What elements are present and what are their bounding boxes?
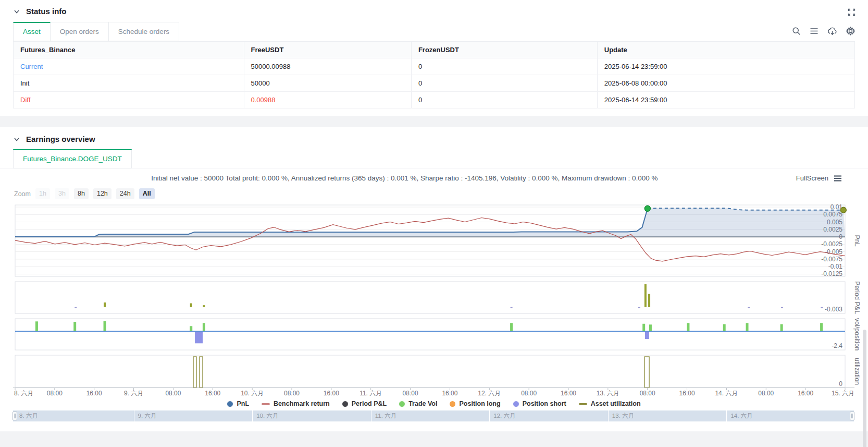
legend-dot-icon xyxy=(450,401,455,407)
svg-text:12. 六月: 12. 六月 xyxy=(478,390,501,396)
legend-label: Trade Vol xyxy=(408,400,437,407)
navigator-left-handle[interactable] xyxy=(13,412,17,420)
svg-text:16:00: 16:00 xyxy=(86,390,102,396)
navigator-separator xyxy=(726,410,727,421)
table-row: Current50000.0098802025-06-14 23:59:00 xyxy=(14,58,855,75)
zoom-button-8h[interactable]: 8h xyxy=(74,188,89,199)
table-cell[interactable]: Current xyxy=(14,58,244,75)
chart-legend: PnLBenchmark returnPeriod P&LTrade VolPo… xyxy=(0,398,868,409)
cloud-download-icon[interactable] xyxy=(827,27,837,35)
table-cell: Init xyxy=(14,75,244,92)
navigator-separator xyxy=(371,410,371,421)
page-scrollbar-thumb[interactable] xyxy=(863,330,866,447)
table-row: Diff0.0098802025-06-14 23:59:00 xyxy=(14,92,855,108)
svg-text:-2.4: -2.4 xyxy=(832,342,842,349)
status-info-card: Status info AssetOpen ordersSchedule ord… xyxy=(0,0,868,116)
zoom-label: Zoom xyxy=(14,190,31,198)
legend-item-benchmark-return[interactable]: Benchmark return xyxy=(262,400,330,407)
legend-line-icon xyxy=(579,403,587,405)
svg-text:15. 六月: 15. 六月 xyxy=(832,390,854,396)
column-header: FreeUSDT xyxy=(244,42,411,58)
table-cell: 0 xyxy=(411,92,597,108)
collapse-chevron-icon[interactable] xyxy=(13,136,20,143)
svg-text:16:00: 16:00 xyxy=(205,390,220,396)
svg-text:08:00: 08:00 xyxy=(165,390,181,396)
earnings-stats-summary: Initial net value : 50000 Total profit: … xyxy=(13,174,796,182)
legend-dot-icon xyxy=(342,401,348,407)
navigator-label: 14. 六月 xyxy=(730,412,752,420)
svg-text:vol/position: vol/position xyxy=(853,318,861,351)
search-icon[interactable] xyxy=(792,27,801,35)
chart-navigator[interactable]: 8. 六月9. 六月10. 六月11. 六月12. 六月13. 六月14. 六月 xyxy=(0,410,868,421)
svg-text:08:00: 08:00 xyxy=(758,390,774,396)
svg-text:-0.0125: -0.0125 xyxy=(821,270,842,277)
tab-schedule-orders[interactable]: Schedule orders xyxy=(109,22,179,41)
legend-item-period-p&l[interactable]: Period P&L xyxy=(342,400,387,407)
legend-item-position-long[interactable]: Position long xyxy=(450,400,500,407)
tab-asset[interactable]: Asset xyxy=(13,22,51,41)
earnings-overview-card: Earnings overview Futures_Binance.DOGE_U… xyxy=(0,127,868,431)
table-cell: 0.00988 xyxy=(244,92,411,108)
earnings-chart[interactable]: 0.010.00750.0050.00250-0.0025-0.005-0.00… xyxy=(0,200,868,398)
menu-icon[interactable] xyxy=(810,27,819,35)
table-cell: Diff xyxy=(14,92,244,108)
svg-text:-0.01: -0.01 xyxy=(828,263,843,270)
zoom-button-3h: 3h xyxy=(55,188,69,199)
svg-text:0: 0 xyxy=(839,380,842,388)
tab-futures-binance-doge-usdt[interactable]: Futures_Binance.DOGE_USDT xyxy=(13,149,132,168)
status-tabs: AssetOpen ordersSchedule orders xyxy=(13,22,855,41)
svg-text:08:00: 08:00 xyxy=(47,390,63,396)
svg-text:Period P&L: Period P&L xyxy=(853,281,861,314)
dashboard-page: Status info AssetOpen ordersSchedule ord… xyxy=(0,0,868,447)
zoom-button-12h[interactable]: 12h xyxy=(93,188,111,199)
svg-text:11. 六月: 11. 六月 xyxy=(359,390,382,396)
legend-dot-icon xyxy=(513,401,519,407)
navigator-label: 10. 六月 xyxy=(256,412,278,420)
fullscreen-button[interactable]: FullScreen xyxy=(796,174,828,182)
status-info-title: Status info xyxy=(26,7,67,16)
navigator-right-handle[interactable] xyxy=(850,412,854,420)
svg-text:08:00: 08:00 xyxy=(284,390,300,396)
legend-label: Period P&L xyxy=(352,400,387,407)
svg-text:08:00: 08:00 xyxy=(403,390,418,396)
legend-line-icon xyxy=(262,403,270,405)
table-cell: 2025-06-14 23:59:00 xyxy=(597,92,854,108)
svg-text:16:00: 16:00 xyxy=(561,390,576,396)
legend-item-pnl[interactable]: PnL xyxy=(227,400,249,407)
svg-text:16:00: 16:00 xyxy=(442,390,457,396)
legend-item-asset-utilization[interactable]: Asset utilization xyxy=(579,400,641,407)
svg-text:16:00: 16:00 xyxy=(798,390,813,396)
svg-text:utilization: utilization xyxy=(853,358,861,385)
svg-text:08:00: 08:00 xyxy=(640,390,655,396)
legend-dot-icon xyxy=(227,401,233,407)
zoom-button-24h[interactable]: 24h xyxy=(116,188,134,199)
tab-open-orders[interactable]: Open orders xyxy=(51,22,109,41)
navigator-label: 9. 六月 xyxy=(138,412,157,420)
column-header: Futures_Binance xyxy=(14,42,244,58)
expand-fullscreen-icon[interactable] xyxy=(848,8,855,18)
zoom-button-all[interactable]: All xyxy=(139,188,155,199)
svg-text:16:00: 16:00 xyxy=(679,390,695,396)
gear-icon[interactable] xyxy=(846,27,855,35)
navigator-separator xyxy=(252,410,253,421)
collapse-chevron-icon[interactable] xyxy=(13,8,20,15)
svg-text:13. 六月: 13. 六月 xyxy=(597,390,619,396)
svg-text:10. 六月: 10. 六月 xyxy=(241,390,264,396)
zoom-button-1h: 1h xyxy=(35,188,50,199)
svg-text:-0.003: -0.003 xyxy=(825,306,842,313)
svg-text:14. 六月: 14. 六月 xyxy=(715,390,738,396)
svg-text:16:00: 16:00 xyxy=(324,390,339,396)
zoom-controls: Zoom 1h3h8h12h24hAll xyxy=(14,188,868,199)
svg-text:-0.0075: -0.0075 xyxy=(821,256,842,263)
asset-table: Futures_BinanceFreeUSDTFrozenUSDTUpdate … xyxy=(13,41,855,108)
navigator-separator xyxy=(608,410,609,421)
table-row: Init5000002025-06-08 00:00:00 xyxy=(14,75,855,92)
legend-item-position-short[interactable]: Position short xyxy=(513,400,566,407)
chart-menu-icon[interactable] xyxy=(834,175,842,182)
svg-text:8. 六月: 8. 六月 xyxy=(14,390,33,396)
navigator-label: 8. 六月 xyxy=(19,412,38,420)
legend-label: Position long xyxy=(459,400,500,407)
legend-dot-icon xyxy=(399,401,405,407)
table-cell: 0 xyxy=(411,75,597,92)
legend-item-trade-vol[interactable]: Trade Vol xyxy=(399,400,437,407)
